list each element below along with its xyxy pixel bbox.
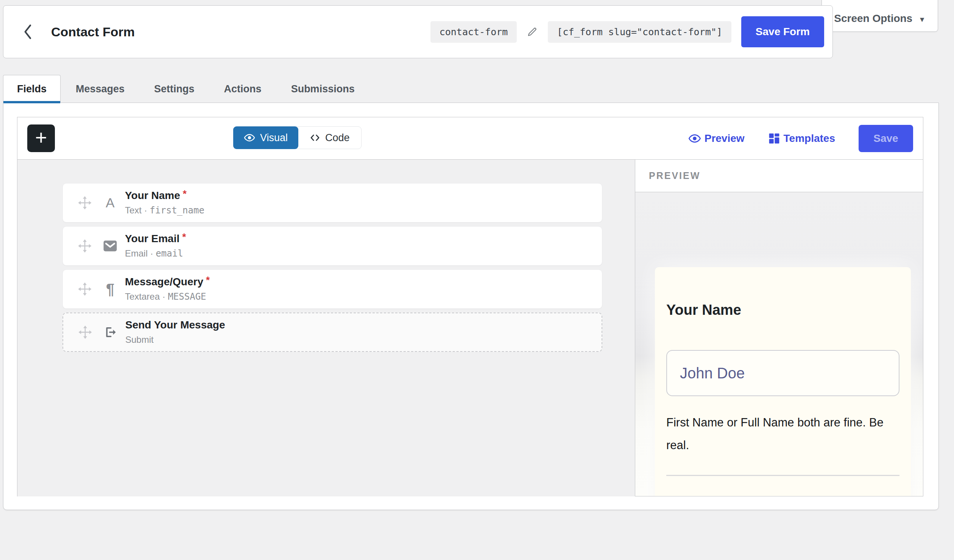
- field-list-canvas: A Your Name* Text · first_name Your Emai…: [17, 160, 635, 496]
- move-icon[interactable]: [77, 195, 92, 210]
- editor-toolbar: + Visual Code: [17, 117, 923, 160]
- preview-panel: PREVIEW Your Name First Name or Full Nam…: [635, 160, 923, 496]
- preview-body: Your Name First Name or Full Name both a…: [635, 192, 923, 496]
- visual-mode-button[interactable]: Visual: [233, 126, 298, 149]
- pencil-icon: [527, 26, 538, 37]
- tab-bar: Fields Messages Settings Actions Submiss…: [3, 75, 355, 103]
- textarea-field-icon: ¶: [101, 281, 119, 298]
- preview-name-input[interactable]: [666, 350, 899, 396]
- required-asterisk: *: [183, 188, 187, 199]
- tab-fields[interactable]: Fields: [3, 75, 61, 103]
- preview-label: Preview: [705, 132, 745, 145]
- form-preview-card: Your Name First Name or Full Name both a…: [655, 267, 911, 496]
- add-field-button[interactable]: +: [27, 124, 55, 152]
- form-slug-pill: contact-form: [430, 21, 517, 43]
- edit-slug-button[interactable]: [527, 26, 538, 37]
- preview-panel-header: PREVIEW: [635, 160, 923, 192]
- back-button[interactable]: [19, 20, 37, 43]
- eye-icon: [688, 132, 701, 145]
- field-row-your-email[interactable]: Your Email* Email · email: [62, 226, 602, 266]
- eye-icon: [244, 132, 255, 143]
- templates-grid-icon: [768, 132, 780, 145]
- templates-label: Templates: [784, 132, 835, 145]
- field-row-your-name[interactable]: A Your Name* Text · first_name: [62, 183, 602, 222]
- text-field-icon: A: [101, 195, 119, 210]
- move-icon[interactable]: [78, 325, 93, 340]
- email-field-icon: [101, 240, 119, 252]
- form-editor: + Visual Code: [17, 117, 923, 496]
- chevron-left-icon: [22, 23, 34, 40]
- field-meta: Textarea · MESSAGE: [125, 291, 210, 302]
- tab-messages[interactable]: Messages: [76, 75, 125, 103]
- field-title: Send Your Message: [125, 319, 225, 331]
- field-meta: Submit: [125, 334, 225, 345]
- chevron-down-icon: ▼: [918, 16, 926, 24]
- visual-mode-label: Visual: [260, 132, 288, 144]
- preview-help-text: First Name or Full Name both are fine. B…: [666, 411, 899, 457]
- screen-options-label: Screen Options: [834, 12, 912, 25]
- preview-divider: [666, 475, 899, 476]
- required-asterisk: *: [182, 231, 186, 243]
- page: Screen Options ▼ Contact Form contact-fo…: [0, 0, 954, 560]
- field-meta: Text · first_name: [125, 205, 204, 216]
- field-title: Message/Query*: [125, 276, 210, 288]
- preview-button[interactable]: Preview: [688, 132, 745, 145]
- field-row-submit[interactable]: Send Your Message Submit: [62, 313, 602, 352]
- field-meta: Email · email: [125, 248, 186, 259]
- code-mode-button[interactable]: Code: [298, 127, 361, 149]
- move-icon[interactable]: [77, 282, 92, 297]
- field-row-message-query[interactable]: ¶ Message/Query* Textarea · MESSAGE: [62, 269, 602, 309]
- preview-field-label: Your Name: [666, 267, 899, 318]
- tab-submissions[interactable]: Submissions: [291, 75, 355, 103]
- tab-settings[interactable]: Settings: [154, 75, 195, 103]
- form-header: Contact Form contact-form [cf_form slug=…: [3, 5, 833, 58]
- fields-tab-panel: + Visual Code: [3, 103, 939, 510]
- field-title: Your Email*: [125, 233, 186, 245]
- templates-button[interactable]: Templates: [768, 132, 835, 145]
- field-title: Your Name*: [125, 190, 204, 202]
- header-actions: contact-form [cf_form slug="contact-form…: [430, 16, 824, 47]
- plus-icon: +: [35, 127, 47, 148]
- code-icon: [309, 132, 321, 143]
- view-mode-toggle: Visual Code: [233, 126, 362, 149]
- code-mode-label: Code: [325, 132, 350, 144]
- shortcode-pill: [cf_form slug="contact-form"]: [548, 21, 731, 43]
- submit-field-icon: [102, 325, 119, 339]
- toolbar-right-actions: Preview Templates Save: [688, 117, 913, 160]
- page-title: Contact Form: [51, 25, 135, 39]
- screen-options-button[interactable]: Screen Options ▼: [822, 0, 938, 32]
- save-button[interactable]: Save: [859, 125, 913, 152]
- tab-actions[interactable]: Actions: [224, 75, 262, 103]
- move-icon[interactable]: [77, 238, 92, 254]
- save-form-button[interactable]: Save Form: [741, 16, 824, 47]
- required-asterisk: *: [206, 274, 210, 286]
